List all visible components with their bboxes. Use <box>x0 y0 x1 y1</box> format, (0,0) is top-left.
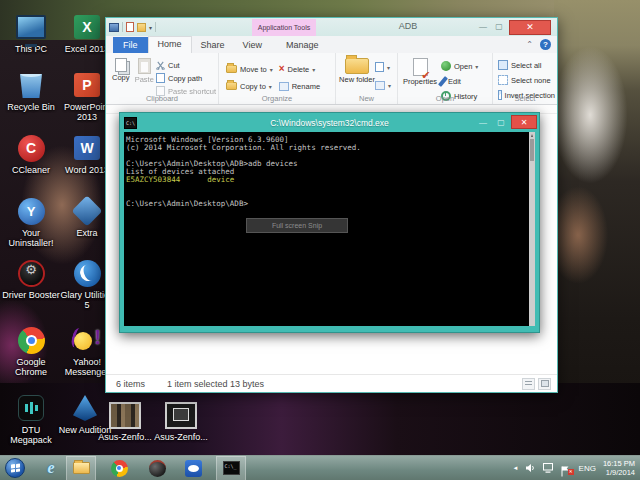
qat-new-folder-icon[interactable] <box>137 23 146 32</box>
action-center-alert-badge: ✕ <box>568 469 574 475</box>
ribbon: Copy Paste Cut Copy path <box>106 53 557 105</box>
tab-share[interactable]: Share <box>192 38 234 53</box>
desktop-icon-this-pc[interactable]: This PC <box>2 12 60 54</box>
taskbar-app-button[interactable] <box>142 456 172 480</box>
copy-button[interactable]: Copy <box>109 55 133 82</box>
screen: This PC X Excel 2013 Recycle Bin P Power… <box>0 0 640 480</box>
desktop-icon-dtu-megapack[interactable]: DTU Megapack <box>2 393 60 445</box>
minimize-ribbon-icon[interactable]: ⌃ <box>526 40 533 49</box>
network-icon[interactable] <box>543 459 554 477</box>
group-label-open: Open <box>398 94 492 103</box>
dtu-megapack-icon <box>15 393 47 423</box>
copy-label: Copy <box>112 74 130 82</box>
copy-path-button[interactable]: Copy path <box>156 72 216 84</box>
paste-button[interactable]: Paste <box>133 55 157 84</box>
yahoo-messenger-icon: ! <box>71 325 103 355</box>
console-line <box>126 184 533 192</box>
driver-booster-icon: ⚙ <box>15 258 47 288</box>
desktop-icon-label: Asus-Zenfo... <box>152 432 210 442</box>
quick-access-toolbar: ▾ <box>109 20 156 34</box>
clock-time: 16:15 PM <box>603 459 635 468</box>
cmd-close-button[interactable]: ✕ <box>511 115 537 129</box>
photo-thumbnail-icon <box>109 400 141 430</box>
close-button[interactable]: ✕ <box>509 20 551 35</box>
cmd-minimize-button[interactable]: — <box>475 116 491 129</box>
copy-to-button[interactable]: Copy to▾ <box>226 80 273 92</box>
taskbar-explorer-button[interactable] <box>66 456 96 480</box>
minimize-button[interactable]: — <box>475 20 491 33</box>
properties-button[interactable]: Properties <box>401 55 439 86</box>
help-icon[interactable]: ? <box>540 39 551 50</box>
rename-button[interactable]: Rename <box>279 80 320 92</box>
extra-icon <box>71 196 103 226</box>
fading-tooltip: Full screen Snip <box>246 218 348 233</box>
tab-manage[interactable]: Manage <box>277 38 328 53</box>
desktop-icon-ccleaner[interactable]: C CCleaner <box>2 133 60 175</box>
taskbar-teamviewer-button[interactable] <box>178 456 208 480</box>
select-all-button[interactable]: Select all <box>498 59 555 71</box>
taskbar-cmd-button[interactable]: C:\_ <box>216 456 246 480</box>
qat-properties-icon[interactable] <box>126 22 134 32</box>
cut-label: Cut <box>168 61 180 70</box>
file-explorer-icon <box>73 462 90 474</box>
paste-label: Paste <box>135 76 154 84</box>
details-view-button[interactable] <box>522 378 535 390</box>
select-none-button[interactable]: Select none <box>498 74 555 86</box>
clock[interactable]: 16:15 PM 1/9/2014 <box>603 459 635 477</box>
taskbar-ie-button[interactable]: e <box>36 456 66 480</box>
windows-logo-icon <box>5 458 25 478</box>
console-output[interactable]: Microsoft Windows [Version 6.3.9600] (c)… <box>124 132 535 326</box>
new-item-button[interactable]: ▾ <box>375 61 391 73</box>
desktop-icon-label: Driver Booster <box>2 290 60 300</box>
ribbon-group-new: New folder ▾ ▾ New <box>336 53 398 104</box>
cut-icon <box>156 61 165 70</box>
explorer-window-icon[interactable] <box>109 23 119 32</box>
cmd-taskbar-icon: C:\_ <box>223 461 240 475</box>
select-all-label: Select all <box>511 61 541 70</box>
copy-icon <box>115 58 127 72</box>
delete-icon: × <box>279 64 285 74</box>
copy-to-icon <box>226 82 237 90</box>
new-folder-button[interactable]: New folder <box>339 55 375 84</box>
clock-date: 1/9/2014 <box>603 468 635 477</box>
items-count: 6 items <box>116 379 145 389</box>
qat-dropdown-icon[interactable]: ▾ <box>149 24 152 31</box>
open-label: Open <box>454 62 472 71</box>
tab-view[interactable]: View <box>234 38 271 53</box>
copy-path-label: Copy path <box>168 74 202 83</box>
word-icon: W <box>71 133 103 163</box>
copy-path-icon <box>156 73 165 83</box>
start-button[interactable] <box>0 456 30 480</box>
easy-access-button[interactable]: ▾ <box>375 79 391 91</box>
open-button[interactable]: Open▾ <box>441 60 478 72</box>
console-scrollbar[interactable] <box>529 132 535 326</box>
tab-file[interactable]: File <box>113 37 148 53</box>
system-tray: ◄ ✕ ENG 16:15 PM 1/9/2014 <box>513 459 640 477</box>
cmd-titlebar[interactable]: C:\ C:\Windows\system32\cmd.exe — ▢ ✕ <box>120 113 539 132</box>
desktop-icon-asus-zenfone-1[interactable]: Asus-Zenfo... <box>96 400 154 442</box>
desktop-icon-driver-booster[interactable]: ⚙ Driver Booster <box>2 258 60 300</box>
language-indicator[interactable]: ENG <box>579 464 596 473</box>
taskbar-chrome-button[interactable] <box>104 456 134 480</box>
delete-button[interactable]: × Delete▾ <box>279 63 320 75</box>
desktop-icon-google-chrome[interactable]: Google Chrome <box>2 325 60 377</box>
console-device-line: E5AZCY503844 device <box>126 176 533 184</box>
move-to-button[interactable]: Move to▾ <box>226 63 273 75</box>
show-hidden-icons-button[interactable]: ◄ <box>513 465 519 471</box>
edit-button[interactable]: Edit <box>441 75 478 87</box>
cmd-maximize-button[interactable]: ▢ <box>493 116 509 129</box>
desktop-icon-asus-zenfone-2[interactable]: Asus-Zenfo... <box>152 400 210 442</box>
tab-home[interactable]: Home <box>148 36 192 53</box>
desktop-icon-your-uninstaller[interactable]: Y Your Uninstaller! <box>2 196 60 248</box>
properties-icon <box>413 58 428 76</box>
desktop-icon-recycle-bin[interactable]: Recycle Bin <box>2 70 60 112</box>
maximize-button[interactable]: ▢ <box>491 20 507 33</box>
group-label-organize: Organize <box>219 94 335 103</box>
group-label-select: Select <box>493 94 557 103</box>
desktop-icon-label: DTU Megapack <box>2 425 60 445</box>
cut-button[interactable]: Cut <box>156 59 216 71</box>
action-center-icon[interactable]: ✕ <box>561 463 572 474</box>
thumbnail-view-button[interactable] <box>538 378 551 390</box>
volume-icon[interactable] <box>526 459 536 477</box>
explorer-titlebar[interactable]: ▾ Application Tools ADB — ▢ ✕ <box>106 18 557 36</box>
